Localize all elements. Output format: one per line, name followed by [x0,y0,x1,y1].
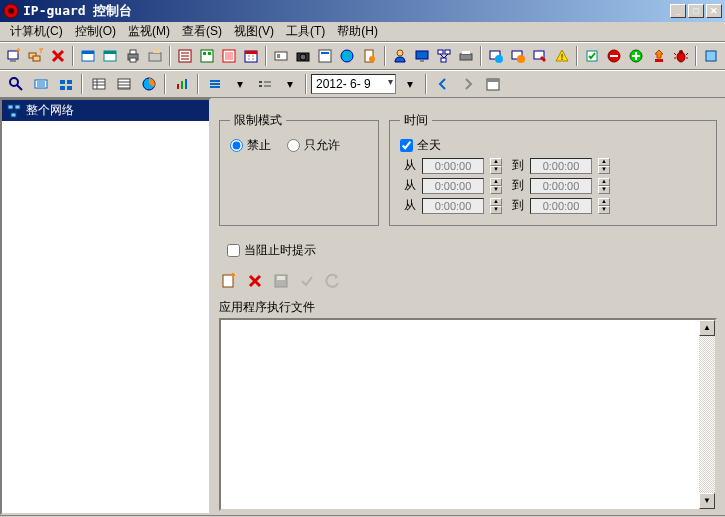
to-label-1: 到 [508,157,524,174]
tb-icon-16[interactable] [359,45,379,67]
menu-control[interactable]: 控制(O) [69,21,122,42]
check-allday[interactable]: 全天 [400,137,706,154]
view-detail-icon[interactable] [112,73,135,95]
pie-chart-icon[interactable] [137,73,160,95]
user-icon[interactable] [390,45,410,67]
camera-icon[interactable] [293,45,313,67]
svg-rect-75 [277,276,285,280]
to-field-1[interactable]: 0:00:00 [530,158,592,174]
svg-rect-23 [275,52,287,60]
list-section: 应用程序执行文件 ▲ ▼ [219,299,717,511]
new-group-icon[interactable] [26,45,46,67]
zoom-icon[interactable] [4,73,27,95]
tb-icon-26[interactable] [604,45,624,67]
menu-help[interactable]: 帮助(H) [331,21,384,42]
spinner-6[interactable]: ▲▼ [598,198,610,214]
svg-rect-11 [130,50,136,54]
undo-icon[interactable] [323,271,343,291]
app-list[interactable]: ▲ ▼ [219,318,717,511]
tree-panel[interactable]: 整个网络 [0,98,211,515]
from-field-3[interactable]: 0:00:00 [422,198,484,214]
tb2-icon-11[interactable]: ▾ [278,73,301,95]
tb2-icon-2[interactable] [29,73,52,95]
tb2-icon-8[interactable] [203,73,226,95]
network-icon[interactable] [434,45,454,67]
menu-tool[interactable]: 工具(T) [280,21,331,42]
view-list-icon[interactable] [87,73,110,95]
svg-point-32 [397,50,403,56]
radio-allow[interactable]: 只允许 [287,137,340,154]
time-row-2: 从 0:00:00 ▲▼ 到 0:00:00 ▲▼ [400,177,706,194]
tb-icon-10[interactable] [219,45,239,67]
toolbar-main: ! [0,42,725,70]
check-allday-input[interactable] [400,139,413,152]
tb-icon-5[interactable] [100,45,120,67]
to-field-3[interactable]: 0:00:00 [530,198,592,214]
delete-icon[interactable] [48,45,68,67]
from-field-2[interactable]: 0:00:00 [422,178,484,194]
spinner-4[interactable]: ▲▼ [598,178,610,194]
tb-icon-14[interactable] [315,45,335,67]
remove-icon[interactable] [245,271,265,291]
menu-viewlog[interactable]: 查看(S) [176,21,228,42]
tb-icon-12[interactable] [271,45,291,67]
spinner-3[interactable]: ▲▼ [490,178,502,194]
check-prompt-input[interactable] [227,244,240,257]
radio-forbid-input[interactable] [230,139,243,152]
globe-icon[interactable] [337,45,357,67]
calendar2-icon[interactable] [481,73,504,95]
svg-rect-63 [177,84,179,89]
date-picker[interactable]: 2012- 6- 9 [311,74,396,94]
tb-icon-8[interactable] [175,45,195,67]
check-prompt[interactable]: 当阻止时提示 [227,242,717,259]
spinner-2[interactable]: ▲▼ [598,158,610,174]
tb-icon-27[interactable] [626,45,646,67]
scroll-down-button[interactable]: ▼ [699,493,715,509]
add-icon[interactable] [219,271,239,291]
tb-icon-7[interactable] [145,45,165,67]
apply-icon[interactable] [297,271,317,291]
tb-icon-23[interactable] [530,45,550,67]
tb-icon-9[interactable] [197,45,217,67]
print-icon[interactable] [122,45,142,67]
menu-monitor[interactable]: 监视(M) [122,21,176,42]
svg-rect-56 [60,80,65,84]
tree-root-item[interactable]: 整个网络 [2,100,209,121]
nav-forward-icon[interactable] [456,73,479,95]
tb-icon-4[interactable] [78,45,98,67]
spinner-5[interactable]: ▲▼ [490,198,502,214]
tb-icon-25[interactable] [582,45,602,67]
new-computer-icon[interactable] [4,45,24,67]
menu-view[interactable]: 视图(V) [228,21,280,42]
nav-back-icon[interactable] [431,73,454,95]
svg-rect-73 [223,275,233,287]
tb2-icon-9[interactable]: ▾ [228,73,251,95]
radio-allow-input[interactable] [287,139,300,152]
tb2-icon-10[interactable] [253,73,276,95]
bug-icon[interactable] [671,45,691,67]
monitor-icon[interactable] [412,45,432,67]
spinner-1[interactable]: ▲▼ [490,158,502,174]
calendar-icon[interactable] [241,45,261,67]
scrollbar-vertical[interactable]: ▲ ▼ [699,320,715,509]
close-button[interactable]: ✕ [706,4,722,18]
tb-icon-20[interactable] [456,45,476,67]
tb2-dropdown[interactable]: ▾ [398,73,421,95]
scroll-up-button[interactable]: ▲ [699,320,715,336]
warning-icon[interactable]: ! [552,45,572,67]
tb-icon-21[interactable] [486,45,506,67]
menu-computer[interactable]: 计算机(C) [4,21,69,42]
tb2-icon-3[interactable] [54,73,77,95]
bar-chart-icon[interactable] [170,73,193,95]
to-field-2[interactable]: 0:00:00 [530,178,592,194]
tb-icon-30[interactable] [701,45,721,67]
svg-rect-59 [67,86,72,90]
radio-forbid[interactable]: 禁止 [230,137,271,154]
scroll-track[interactable] [699,336,715,493]
minimize-button[interactable]: _ [670,4,686,18]
save-icon[interactable] [271,271,291,291]
tb-icon-28[interactable] [649,45,669,67]
from-field-1[interactable]: 0:00:00 [422,158,484,174]
tb-icon-22[interactable] [508,45,528,67]
maximize-button[interactable]: □ [688,4,704,18]
